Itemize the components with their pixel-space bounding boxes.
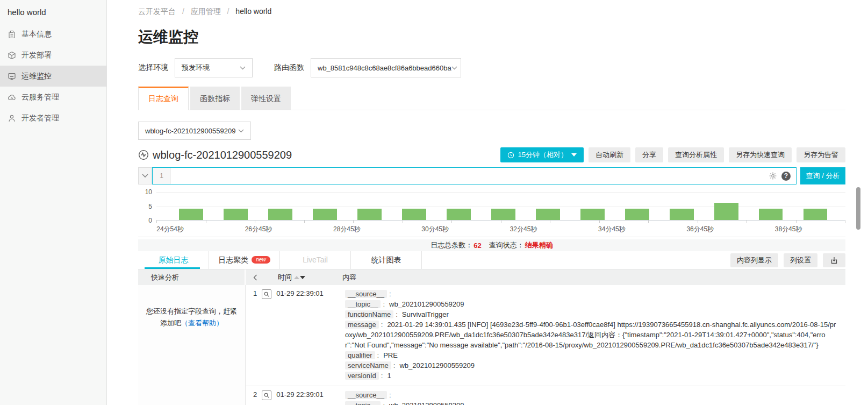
content-column-header: 内容 <box>342 273 356 282</box>
gridline-5 <box>156 207 845 207</box>
magnifier-icon[interactable] <box>262 289 271 299</box>
caret-down-icon <box>571 153 577 157</box>
log-table-body: 您还没有指定字段查询，赶紧添加吧（查看帮助） 1 01-29 22:39:01 … <box>138 285 845 405</box>
chart-bar[interactable] <box>179 209 203 220</box>
env-select[interactable]: 预发环境 <box>175 58 253 77</box>
route-function-select[interactable]: wb_8581c948c8c68ae8cf86a6bbead660ba <box>311 58 461 77</box>
log-view-tabs: 原始日志 日志聚类new LiveTail 统计图表 内容列显示 列设置 <box>138 251 845 269</box>
chart-bar[interactable] <box>580 209 605 220</box>
log-field-value: wb_2021012900559209 <box>399 361 475 370</box>
chart-bar[interactable] <box>759 209 783 220</box>
share-button[interactable]: 分享 <box>635 147 663 162</box>
gear-icon[interactable] <box>769 172 777 180</box>
person-icon <box>8 114 16 123</box>
save-alert-button[interactable]: 另存为告警 <box>797 147 845 162</box>
tab-raw-logs[interactable]: 原始日志 <box>138 251 209 269</box>
query-input[interactable] <box>171 168 769 184</box>
search-analyze-button[interactable]: 查询 / 分析 <box>800 167 845 184</box>
view-help-link[interactable]: （查看帮助） <box>181 319 223 327</box>
log-field-key[interactable]: versionId <box>345 372 379 380</box>
sidebar-item-person[interactable]: 开发者管理 <box>0 108 106 129</box>
row-time: 01-29 22:39:01 <box>276 289 323 297</box>
chart-bar[interactable] <box>670 209 694 220</box>
query-analysis-props-button[interactable]: 查询分析属性 <box>668 147 724 162</box>
log-field: versionId:1 <box>345 371 837 381</box>
content-column-display-button[interactable]: 内容列显示 <box>730 253 778 267</box>
column-settings-button[interactable]: 列设置 <box>784 253 817 267</box>
sidebar-item-cube[interactable]: 开发部署 <box>0 45 106 66</box>
query-state-value: 结果精确 <box>525 240 553 250</box>
sort-desc-icon[interactable] <box>300 276 305 279</box>
filter-row: 选择环境 预发环境 路由函数 wb_8581c948c8c68ae8cf86a6… <box>138 58 845 77</box>
env-select-value: 预发环境 <box>182 63 210 73</box>
log-field-key[interactable]: serviceName <box>345 361 391 370</box>
chart-bar[interactable] <box>491 209 515 220</box>
sidebar-item-monitor[interactable]: 运维监控 <box>0 66 106 87</box>
log-field-key[interactable]: functionName <box>345 310 393 318</box>
sidebar: hello world 基本信息 开发部署 运维监控 云服务管理 开发者管理 <box>0 0 107 405</box>
x-axis-tick <box>206 221 256 223</box>
chart-bar[interactable] <box>357 209 382 220</box>
x-tick-label: 30分45秒 <box>421 225 449 234</box>
monitor-icon <box>8 72 16 81</box>
sort-asc-icon[interactable] <box>294 276 299 279</box>
chart-bar[interactable] <box>447 209 471 220</box>
time-column-header[interactable]: 时间 <box>278 273 342 282</box>
tab-livetail[interactable]: LiveTail <box>280 251 351 269</box>
tab-function-metrics[interactable]: 函数指标 <box>190 87 240 110</box>
vertical-scrollbar[interactable] <box>856 187 860 230</box>
chart-bar[interactable] <box>268 209 292 220</box>
x-axis-tick <box>157 221 206 223</box>
x-axis-tick <box>649 221 698 223</box>
log-field-key[interactable]: __source__ <box>345 391 387 399</box>
log-field-key[interactable]: __source__ <box>345 290 387 298</box>
chart-plot-area: 10 5 0 <box>156 192 845 221</box>
row-index: 2 <box>253 390 257 399</box>
tab-statistics-chart[interactable]: 统计图表 <box>351 251 422 269</box>
log-histogram: 10 5 0 24分54秒26分45秒28分45秒30分45秒32分45秒34分… <box>138 188 845 234</box>
log-field: message:2021-01-29 14:39:01.435 [INFO] [… <box>345 319 837 350</box>
save-quick-query-button[interactable]: 另存为快速查询 <box>729 147 792 162</box>
chart-bar[interactable] <box>804 209 828 220</box>
collapse-panel-icon[interactable] <box>253 274 260 281</box>
breadcrumb-platform[interactable]: 云开发平台 <box>138 7 176 16</box>
chart-bar[interactable] <box>402 209 426 220</box>
tab-elastic-settings[interactable]: 弹性设置 <box>241 87 291 110</box>
log-field-value: SurvivalTrigger <box>402 310 449 318</box>
log-list-actions: 内容列显示 列设置 <box>730 253 845 267</box>
download-button[interactable] <box>823 253 845 267</box>
help-icon[interactable]: ? <box>781 172 791 181</box>
logstore-select[interactable]: wblog-fc-2021012900559209 <box>138 122 251 140</box>
sidebar-item-clipboard[interactable]: 基本信息 <box>0 24 106 45</box>
log-field-key[interactable]: message <box>345 321 379 329</box>
log-field: functionName:SurvivalTrigger <box>345 309 837 319</box>
chart-bar[interactable] <box>625 209 649 220</box>
chart-bar[interactable] <box>224 209 248 220</box>
tab-log-clustering[interactable]: 日志聚类new <box>209 251 280 269</box>
magnifier-icon[interactable] <box>262 390 271 400</box>
sidebar-item-cloud[interactable]: 云服务管理 <box>0 87 106 108</box>
auto-refresh-button[interactable]: 自动刷新 <box>589 147 630 162</box>
breadcrumb-app-management[interactable]: 应用管理 <box>191 7 221 16</box>
query-status-bar: 日志总条数： 62 查询状态： 结果精确 <box>138 239 845 251</box>
gridline-10 <box>156 192 845 193</box>
chart-bar[interactable] <box>714 203 738 220</box>
log-field-key[interactable]: __topic__ <box>345 401 381 405</box>
y-tick-label: 10 <box>138 188 152 196</box>
tab-log-query[interactable]: 日志查询 <box>138 87 189 110</box>
chevron-down-icon <box>238 129 244 133</box>
logstore-select-value: wblog-fc-2021012900559209 <box>145 127 235 135</box>
chart-bar[interactable] <box>536 209 560 220</box>
query-editor: 1 ? <box>152 167 797 184</box>
quick-analysis-header: 快速分析 <box>138 269 246 285</box>
app-window: hello world 基本信息 开发部署 运维监控 云服务管理 开发者管理 云… <box>0 0 868 405</box>
editor-line-number: 1 <box>153 168 171 184</box>
time-range-button[interactable]: 15分钟（相对） <box>500 147 584 162</box>
editor-collapse-button[interactable] <box>138 167 152 184</box>
x-axis-tick <box>305 221 354 223</box>
log-field-key[interactable]: __topic__ <box>345 300 381 308</box>
log-field-key[interactable]: qualifier <box>345 351 375 359</box>
x-axis-tick <box>797 221 846 223</box>
main-content: 云开发平台 / 应用管理 / hello world 运维监控 选择环境 预发环… <box>107 0 868 405</box>
chart-bar[interactable] <box>313 209 337 220</box>
